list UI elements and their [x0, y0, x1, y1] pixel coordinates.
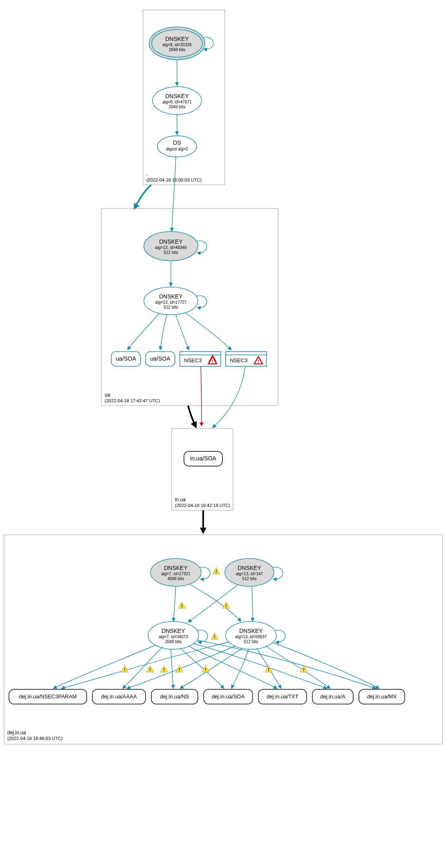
svg-text:2048 bits: 2048 bits — [169, 105, 186, 109]
svg-text:512 bits: 512 bits — [164, 250, 178, 255]
ua-nsec3-1: NSEC3 ! — [180, 352, 221, 366]
ua-dnskey-zsk: DNSKEY alg=13, id=17727 512 bits — [144, 287, 207, 315]
svg-text:dej.in.ua/NS: dej.in.ua/NS — [160, 693, 189, 700]
svg-point-10 — [157, 136, 197, 157]
zone-root-timestamp: (2022-04-18 16:00:03 UTC) — [146, 177, 202, 182]
svg-text:alg=7, id=27921: alg=7, id=27921 — [161, 572, 191, 576]
svg-text:!: ! — [205, 667, 206, 672]
svg-text:!: ! — [215, 569, 217, 574]
warning-icon: ! — [121, 666, 128, 672]
warning-icon: ! — [213, 567, 220, 574]
svg-text:alg=8, id=20326: alg=8, id=20326 — [162, 43, 192, 47]
dej-rr-a: dej.in.ua/A — [312, 689, 353, 704]
root-dnskey-zsk: DNSKEY alg=8, id=47671 2048 bits — [152, 87, 202, 114]
svg-rect-37 — [4, 535, 442, 744]
dej-rr-txt: dej.in.ua/TXT — [258, 689, 307, 704]
ua-soa-2: ua/SOA — [146, 352, 175, 366]
svg-text:dej.in.ua/A: dej.in.ua/A — [320, 693, 345, 700]
svg-text:4096 bits: 4096 bits — [168, 576, 184, 581]
zone-ua-label: ua — [105, 392, 110, 398]
svg-text:alg=7, id=34073: alg=7, id=34073 — [159, 635, 188, 639]
warning-icon: ! — [146, 666, 154, 672]
svg-text:DNSKEY: DNSKEY — [164, 565, 188, 571]
svg-text:DNSKEY: DNSKEY — [165, 36, 189, 42]
svg-text:dej.in.ua/AAAA: dej.in.ua/AAAA — [101, 693, 137, 700]
ua-nsec3-2: NSEC3 ! — [226, 352, 267, 366]
svg-text:NSEC3: NSEC3 — [184, 357, 202, 363]
svg-text:!: ! — [149, 667, 151, 672]
svg-text:in.ua/SOA: in.ua/SOA — [190, 455, 216, 462]
svg-text:DS: DS — [173, 139, 181, 146]
warning-icon: ! — [211, 633, 218, 639]
svg-text:dej.in.ua/MX: dej.in.ua/MX — [367, 693, 397, 700]
svg-text:512 bits: 512 bits — [242, 576, 256, 581]
svg-text:!: ! — [163, 667, 165, 672]
inua-soa: in.ua/SOA — [184, 451, 222, 466]
dej-rr-nsec3param: dej.in.ua/NSEC3PARAM — [9, 689, 87, 704]
svg-text:512 bits: 512 bits — [244, 639, 258, 644]
svg-text:!: ! — [179, 667, 180, 672]
zone-dej-label: dej.in.ua — [7, 730, 26, 736]
svg-text:!: ! — [181, 603, 183, 608]
svg-text:ua/SOA: ua/SOA — [116, 355, 136, 362]
svg-text:DNSKEY: DNSKEY — [239, 628, 263, 634]
dej-rr-soa: dej.in.ua/SOA — [204, 689, 253, 704]
dej-rr-ns: dej.in.ua/NS — [151, 689, 198, 704]
warning-icon: ! — [222, 602, 230, 608]
ua-soa-1: ua/SOA — [111, 352, 141, 366]
svg-text:alg=8, id=47671: alg=8, id=47671 — [162, 100, 192, 104]
svg-text:alg=13, id=17727: alg=13, id=17727 — [155, 300, 187, 305]
zone-root: . (2022-04-18 16:00:03 UTC) DNSKEY alg=8… — [143, 10, 225, 185]
svg-text:alg=13, id=48349: alg=13, id=48349 — [155, 245, 187, 250]
ua-dnskey-ksk: DNSKEY alg=13, id=48349 512 bits — [144, 231, 207, 261]
svg-text:dej.in.ua/SOA: dej.in.ua/SOA — [212, 693, 245, 700]
warning-icon: ! — [178, 602, 186, 608]
warning-icon: ! — [176, 666, 183, 672]
zone-inua: in.ua (2022-04-18 18:42:18 UTC) in.ua/SO… — [172, 428, 233, 510]
zone-dej-timestamp: (2022-04-18 18:46:03 UTC) — [7, 736, 63, 741]
svg-text:dej.in.ua/TXT: dej.in.ua/TXT — [267, 693, 298, 700]
svg-text:!: ! — [212, 359, 213, 364]
zone-ua: ua (2022-04-18 17:42:47 UTC) DNSKEY alg=… — [101, 209, 278, 406]
zone-inua-label: in.ua — [175, 497, 186, 502]
svg-text:!: ! — [214, 635, 215, 639]
svg-text:2048 bits: 2048 bits — [169, 47, 186, 52]
svg-text:DNSKEY: DNSKEY — [238, 565, 261, 571]
dej-dnskey-1: DNSKEY alg=7, id=27921 4096 bits — [150, 558, 210, 586]
svg-text:dej.in.ua/NSEC3PARAM: dej.in.ua/NSEC3PARAM — [19, 693, 76, 700]
warning-icon: ! — [160, 666, 168, 672]
dej-dnskey-2: DNSKEY alg=13, id=147 512 bits — [225, 558, 283, 586]
svg-text:!: ! — [268, 667, 269, 672]
svg-text:ua/SOA: ua/SOA — [150, 355, 170, 362]
zone-dej: dej.in.ua (2022-04-18 18:46:03 UTC) DNSK… — [4, 535, 442, 744]
svg-text:NSEC3: NSEC3 — [230, 357, 247, 363]
svg-text:DNSKEY: DNSKEY — [159, 293, 183, 300]
root-dnskey-ksk: DNSKEY alg=8, id=20326 2048 bits — [149, 27, 213, 60]
svg-text:!: ! — [258, 359, 259, 364]
svg-text:DNSKEY: DNSKEY — [165, 93, 189, 99]
svg-text:!: ! — [303, 667, 305, 672]
zone-inua-timestamp: (2022-04-18 18:42:18 UTC) — [175, 503, 230, 508]
zone-ua-timestamp: (2022-04-18 17:42:47 UTC) — [105, 398, 160, 403]
svg-text:!: ! — [225, 603, 227, 608]
dej-dnskey-4: DNSKEY alg=13, id=59537 512 bits — [226, 621, 285, 649]
svg-text:digest alg=2: digest alg=2 — [166, 147, 188, 151]
dej-rr-aaaa: dej.in.ua/AAAA — [92, 689, 146, 704]
svg-text:!: ! — [124, 667, 126, 672]
svg-text:2048 bits: 2048 bits — [165, 639, 182, 644]
svg-text:alg=13, id=59537: alg=13, id=59537 — [235, 635, 267, 639]
svg-text:DNSKEY: DNSKEY — [159, 238, 183, 245]
svg-text:DNSKEY: DNSKEY — [161, 628, 185, 634]
dnssec-graph: . (2022-04-18 16:00:03 UTC) DNSKEY alg=8… — [0, 0, 446, 868]
svg-text:alg=13, id=147: alg=13, id=147 — [236, 572, 263, 576]
dej-rr-mx: dej.in.ua/MX — [359, 689, 405, 704]
zone-root-label: . — [146, 171, 148, 177]
root-ds: DS digest alg=2 — [157, 136, 197, 157]
svg-text:512 bits: 512 bits — [164, 305, 178, 310]
